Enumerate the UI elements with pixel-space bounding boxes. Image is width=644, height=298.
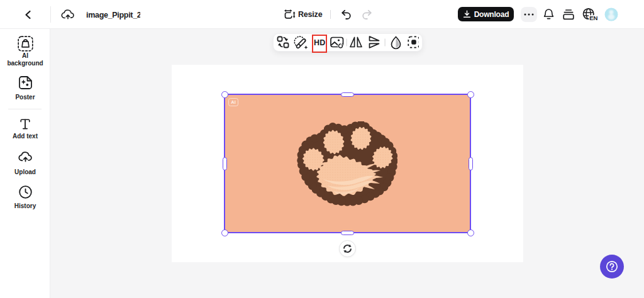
svg-text:EN: EN	[589, 14, 597, 21]
